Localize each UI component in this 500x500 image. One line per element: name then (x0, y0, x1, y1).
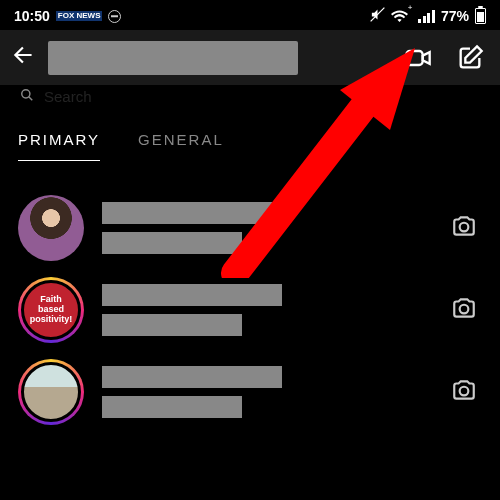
svg-point-6 (460, 387, 469, 396)
svg-point-5 (460, 305, 469, 314)
tab-primary[interactable]: PRIMARY (18, 131, 100, 161)
svg-line-3 (29, 96, 33, 100)
battery-percentage: 77% (441, 8, 469, 24)
inbox-tabs: PRIMARY GENERAL (0, 131, 500, 161)
account-username[interactable] (48, 41, 298, 75)
svg-point-2 (22, 89, 30, 97)
android-status-bar: 10:50 FOX NEWS + 77% (0, 0, 500, 30)
chat-row[interactable] (0, 351, 500, 433)
status-time: 10:50 (14, 8, 50, 24)
new-message-button[interactable] (448, 36, 492, 80)
tab-general[interactable]: GENERAL (138, 131, 224, 161)
avatar[interactable]: Faith based positivity! (18, 277, 84, 343)
svg-point-4 (460, 223, 469, 232)
search-row[interactable]: Search (0, 85, 500, 107)
mute-icon (370, 7, 385, 25)
camera-button[interactable] (446, 377, 482, 407)
chat-preview-redacted (102, 314, 242, 336)
camera-button[interactable] (446, 295, 482, 325)
signal-icon (418, 10, 435, 23)
avatar[interactable] (18, 359, 84, 425)
search-icon (20, 88, 34, 105)
chat-list: Faith based positivity! (0, 187, 500, 433)
chat-name-redacted (102, 284, 282, 306)
video-call-button[interactable] (396, 36, 440, 80)
camera-button[interactable] (446, 213, 482, 243)
back-button[interactable] (8, 42, 40, 74)
chat-row[interactable]: Faith based positivity! (0, 269, 500, 351)
chat-preview-redacted (102, 232, 242, 254)
battery-icon (475, 8, 486, 24)
search-placeholder: Search (44, 88, 92, 105)
do-not-disturb-icon (108, 10, 121, 23)
chat-preview-redacted (102, 396, 242, 418)
dm-app-bar (0, 30, 500, 85)
fox-news-icon: FOX NEWS (56, 11, 103, 21)
wifi-icon: + (391, 8, 413, 25)
chat-row[interactable] (0, 187, 500, 269)
chat-name-redacted (102, 202, 282, 224)
avatar-label: Faith based positivity! (21, 280, 81, 340)
svg-rect-1 (406, 51, 422, 65)
chat-name-redacted (102, 366, 282, 388)
avatar[interactable] (18, 195, 84, 261)
